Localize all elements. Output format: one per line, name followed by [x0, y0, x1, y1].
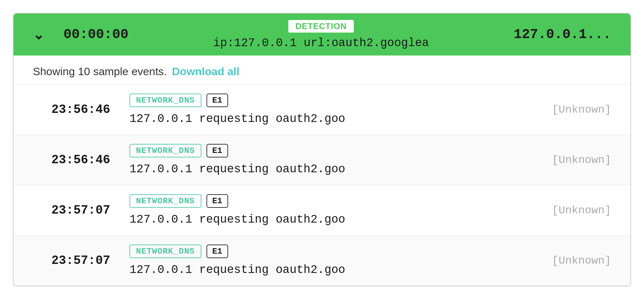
event-status: [Unknown]	[539, 104, 611, 116]
badge-network-dns: NETWORK_DNS	[130, 144, 201, 157]
event-time: 23:56:46	[33, 153, 130, 167]
event-status: [Unknown]	[539, 154, 611, 166]
event-description: 127.0.0.1 requesting oauth2.goo	[130, 112, 539, 126]
download-all-link[interactable]: Download all	[172, 65, 240, 78]
header-meta: ip:127.0.0.1 url:oauth2.googlea	[213, 36, 429, 50]
badge-network-dns: NETWORK_DNS	[130, 94, 201, 107]
event-badges: NETWORK_DNS E1	[130, 245, 539, 258]
header-ip-right: 127.0.0.1...	[514, 27, 611, 42]
event-details: NETWORK_DNS E1 127.0.0.1 requesting oaut…	[130, 144, 539, 176]
badge-network-dns: NETWORK_DNS	[130, 194, 201, 208]
event-time: 23:57:07	[33, 254, 130, 267]
event-details: NETWORK_DNS E1 127.0.0.1 requesting oaut…	[130, 94, 539, 126]
event-description: 127.0.0.1 requesting oauth2.goo	[130, 163, 539, 176]
header-time: 00:00:00	[63, 27, 129, 42]
event-badges: NETWORK_DNS E1	[130, 94, 539, 107]
event-time: 23:56:46	[33, 103, 130, 116]
event-description: 127.0.0.1 requesting oauth2.goo	[130, 263, 539, 277]
event-details: NETWORK_DNS E1 127.0.0.1 requesting oaut…	[130, 194, 539, 226]
main-container: ⌄ 00:00:00 DETECTION ip:127.0.0.1 url:oa…	[13, 13, 631, 287]
chevron-down-icon[interactable]: ⌄	[33, 27, 44, 43]
table-row[interactable]: 23:56:46 NETWORK_DNS E1 127.0.0.1 reques…	[14, 85, 630, 135]
event-description: 127.0.0.1 requesting oauth2.goo	[130, 213, 539, 226]
header-center: DETECTION ip:127.0.0.1 url:oauth2.google…	[154, 19, 488, 50]
event-status: [Unknown]	[539, 204, 611, 216]
badge-e1: E1	[207, 144, 228, 157]
table-row[interactable]: 23:57:07 NETWORK_DNS E1 127.0.0.1 reques…	[14, 236, 630, 286]
badge-e1: E1	[207, 245, 228, 258]
event-badges: NETWORK_DNS E1	[130, 144, 539, 157]
sample-events-text: Showing 10 sample events.	[33, 65, 167, 78]
event-details: NETWORK_DNS E1 127.0.0.1 requesting oaut…	[130, 245, 539, 277]
table-row[interactable]: 23:57:07 NETWORK_DNS E1 127.0.0.1 reques…	[14, 185, 630, 236]
header-row: ⌄ 00:00:00 DETECTION ip:127.0.0.1 url:oa…	[14, 14, 630, 55]
detection-badge: DETECTION	[288, 19, 354, 33]
sample-events-bar: Showing 10 sample events. Download all	[14, 55, 630, 85]
event-badges: NETWORK_DNS E1	[130, 194, 539, 208]
badge-network-dns: NETWORK_DNS	[130, 245, 201, 258]
table-row[interactable]: 23:56:46 NETWORK_DNS E1 127.0.0.1 reques…	[14, 135, 630, 185]
badge-e1: E1	[207, 94, 228, 107]
events-table: 23:56:46 NETWORK_DNS E1 127.0.0.1 reques…	[14, 85, 630, 286]
event-time: 23:57:07	[33, 203, 130, 217]
badge-e1: E1	[207, 194, 228, 208]
event-status: [Unknown]	[539, 255, 611, 267]
